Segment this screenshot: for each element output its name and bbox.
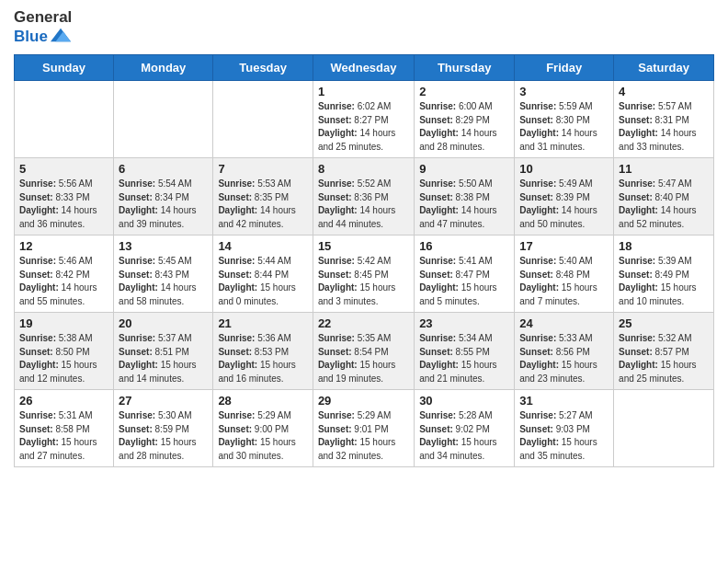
calendar-day-cell: 26Sunrise: 5:31 AMSunset: 8:58 PMDayligh…	[15, 390, 114, 467]
day-info-line: Daylight: 14 hours and 44 minutes.	[318, 204, 409, 231]
day-info: Sunrise: 5:37 AMSunset: 8:51 PMDaylight:…	[119, 332, 208, 385]
day-info-line: Sunset: 8:27 PM	[318, 114, 409, 128]
day-info: Sunrise: 5:50 AMSunset: 8:38 PMDaylight:…	[419, 178, 509, 231]
day-info-line: Daylight: 14 hours and 50 minutes.	[519, 204, 609, 231]
day-info-line: Daylight: 14 hours and 52 minutes.	[619, 204, 709, 231]
header: General Blue	[14, 9, 714, 47]
calendar-day-cell: 24Sunrise: 5:33 AMSunset: 8:56 PMDayligh…	[515, 313, 614, 390]
day-info: Sunrise: 5:53 AMSunset: 8:35 PMDaylight:…	[218, 178, 308, 231]
day-info-line: Sunrise: 5:56 AM	[19, 178, 108, 191]
day-info: Sunrise: 5:38 AMSunset: 8:50 PMDaylight:…	[19, 332, 108, 385]
day-info-line: Sunrise: 5:47 AM	[619, 178, 709, 191]
day-info-line: Sunset: 8:36 PM	[318, 191, 409, 205]
day-info-line: Sunset: 8:58 PM	[19, 423, 108, 437]
day-info-line: Daylight: 15 hours and 5 minutes.	[419, 282, 509, 308]
day-info-line: Daylight: 14 hours and 33 minutes.	[619, 127, 709, 154]
day-info-line: Sunset: 8:59 PM	[119, 423, 208, 437]
day-info: Sunrise: 5:28 AMSunset: 9:02 PMDaylight:…	[419, 409, 509, 463]
day-info-line: Daylight: 15 hours and 21 minutes.	[419, 359, 509, 385]
calendar-week-row: 19Sunrise: 5:38 AMSunset: 8:50 PMDayligh…	[15, 313, 714, 390]
calendar-day-cell: 4Sunrise: 5:57 AMSunset: 8:31 PMDaylight…	[614, 81, 714, 158]
day-info: Sunrise: 5:41 AMSunset: 8:47 PMDaylight:…	[419, 255, 509, 308]
day-number: 9	[419, 162, 509, 176]
day-info-line: Sunrise: 5:50 AM	[419, 178, 509, 191]
day-info-line: Sunset: 8:48 PM	[519, 269, 609, 282]
day-number: 27	[119, 394, 208, 408]
day-info-line: Sunset: 8:38 PM	[419, 191, 509, 205]
day-number: 11	[619, 162, 709, 176]
day-info-line: Sunset: 8:50 PM	[19, 346, 108, 360]
day-number: 28	[218, 394, 308, 408]
calendar-empty-cell	[213, 81, 313, 158]
day-info: Sunrise: 5:31 AMSunset: 8:58 PMDaylight:…	[19, 409, 108, 463]
day-info: Sunrise: 5:49 AMSunset: 8:39 PMDaylight:…	[519, 178, 609, 231]
day-info-line: Sunrise: 5:31 AM	[19, 409, 108, 423]
day-info-line: Daylight: 15 hours and 32 minutes.	[318, 436, 409, 463]
day-number: 5	[19, 162, 108, 176]
day-info-line: Daylight: 15 hours and 25 minutes.	[619, 359, 709, 385]
day-number: 7	[218, 162, 308, 176]
calendar-day-cell: 17Sunrise: 5:40 AMSunset: 8:48 PMDayligh…	[515, 236, 614, 313]
day-info-line: Sunset: 8:55 PM	[419, 346, 509, 360]
day-info-line: Sunrise: 5:39 AM	[619, 255, 709, 269]
calendar-header-row: SundayMondayTuesdayWednesdayThursdayFrid…	[15, 55, 714, 81]
day-info-line: Sunrise: 5:59 AM	[519, 100, 609, 114]
calendar-day-cell: 18Sunrise: 5:39 AMSunset: 8:49 PMDayligh…	[614, 236, 714, 313]
day-info-line: Daylight: 14 hours and 58 minutes.	[119, 282, 208, 308]
day-info: Sunrise: 5:35 AMSunset: 8:54 PMDaylight:…	[318, 332, 409, 385]
day-info: Sunrise: 5:30 AMSunset: 8:59 PMDaylight:…	[119, 409, 208, 463]
day-info-line: Sunrise: 5:53 AM	[218, 178, 308, 191]
calendar-day-cell: 28Sunrise: 5:29 AMSunset: 9:00 PMDayligh…	[213, 390, 313, 467]
day-info-line: Sunrise: 6:00 AM	[419, 100, 509, 114]
day-number: 31	[519, 394, 609, 408]
calendar-day-cell: 11Sunrise: 5:47 AMSunset: 8:40 PMDayligh…	[614, 158, 714, 236]
calendar-day-cell: 2Sunrise: 6:00 AMSunset: 8:29 PMDaylight…	[415, 81, 515, 158]
day-info: Sunrise: 5:34 AMSunset: 8:55 PMDaylight:…	[419, 332, 509, 385]
day-info-line: Sunrise: 5:41 AM	[419, 255, 509, 269]
day-info-line: Sunrise: 5:44 AM	[218, 255, 308, 269]
day-info-line: Sunrise: 5:37 AM	[119, 332, 208, 346]
day-number: 4	[619, 85, 709, 98]
day-info-line: Daylight: 15 hours and 16 minutes.	[218, 359, 308, 385]
day-info: Sunrise: 5:32 AMSunset: 8:57 PMDaylight:…	[619, 332, 709, 385]
day-number: 17	[519, 239, 609, 253]
day-info-line: Daylight: 15 hours and 12 minutes.	[19, 359, 108, 385]
day-info: Sunrise: 5:29 AMSunset: 9:01 PMDaylight:…	[318, 409, 409, 463]
day-info: Sunrise: 5:47 AMSunset: 8:40 PMDaylight:…	[619, 178, 709, 231]
day-info-line: Daylight: 14 hours and 47 minutes.	[419, 204, 509, 231]
day-number: 6	[119, 162, 208, 176]
day-info-line: Sunrise: 5:54 AM	[119, 178, 208, 191]
day-info: Sunrise: 5:42 AMSunset: 8:45 PMDaylight:…	[318, 255, 409, 308]
day-info-line: Sunset: 8:30 PM	[519, 114, 609, 128]
day-info-line: Daylight: 15 hours and 23 minutes.	[519, 359, 609, 385]
weekday-header: Friday	[515, 55, 614, 81]
calendar-day-cell: 14Sunrise: 5:44 AMSunset: 8:44 PMDayligh…	[213, 236, 313, 313]
calendar-week-row: 12Sunrise: 5:46 AMSunset: 8:42 PMDayligh…	[15, 236, 714, 313]
day-info-line: Sunset: 8:54 PM	[318, 346, 409, 360]
day-info-line: Sunset: 8:39 PM	[519, 191, 609, 205]
day-info-line: Sunrise: 5:57 AM	[619, 100, 709, 114]
day-info-line: Daylight: 15 hours and 19 minutes.	[318, 359, 409, 385]
day-info-line: Sunrise: 5:29 AM	[218, 409, 308, 423]
calendar-day-cell: 3Sunrise: 5:59 AMSunset: 8:30 PMDaylight…	[515, 81, 614, 158]
day-number: 13	[119, 239, 208, 253]
day-info-line: Sunrise: 5:49 AM	[519, 178, 609, 191]
day-info-line: Sunset: 8:29 PM	[419, 114, 509, 128]
logo: General Blue	[14, 9, 72, 47]
day-info-line: Sunrise: 5:32 AM	[619, 332, 709, 346]
calendar-day-cell: 20Sunrise: 5:37 AMSunset: 8:51 PMDayligh…	[114, 313, 213, 390]
logo-icon	[51, 25, 71, 45]
weekday-header: Tuesday	[213, 55, 313, 81]
calendar-day-cell: 22Sunrise: 5:35 AMSunset: 8:54 PMDayligh…	[313, 313, 414, 390]
day-info-line: Sunset: 8:31 PM	[619, 114, 709, 128]
day-info-line: Sunrise: 5:28 AM	[419, 409, 509, 423]
day-info: Sunrise: 5:33 AMSunset: 8:56 PMDaylight:…	[519, 332, 609, 385]
day-info-line: Sunrise: 5:40 AM	[519, 255, 609, 269]
day-number: 19	[19, 316, 108, 330]
day-number: 10	[519, 162, 609, 176]
calendar-day-cell: 27Sunrise: 5:30 AMSunset: 8:59 PMDayligh…	[114, 390, 213, 467]
day-info-line: Sunset: 8:44 PM	[218, 269, 308, 282]
calendar-day-cell: 16Sunrise: 5:41 AMSunset: 8:47 PMDayligh…	[415, 236, 515, 313]
day-number: 30	[419, 394, 509, 408]
day-info-line: Sunrise: 5:45 AM	[119, 255, 208, 269]
